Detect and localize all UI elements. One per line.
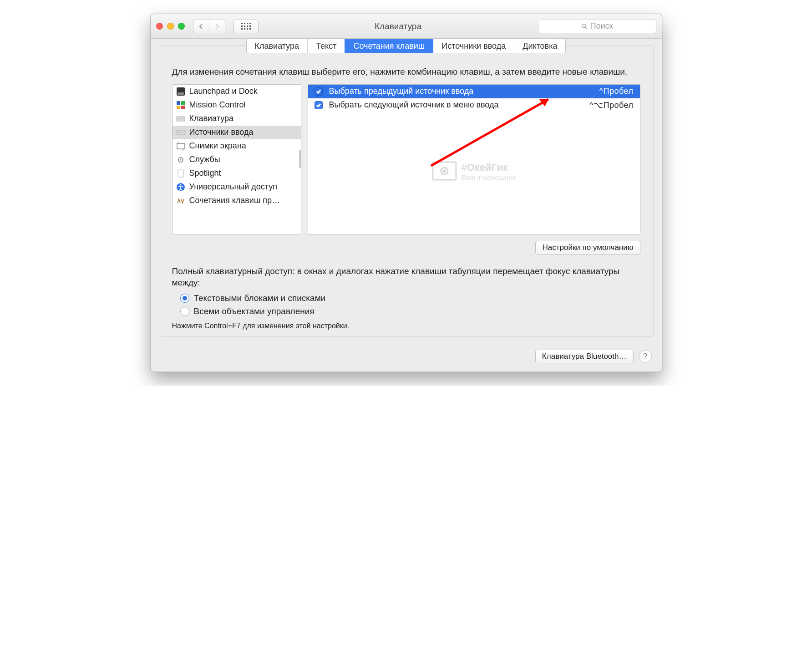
gear-icon <box>176 155 185 164</box>
watermark-icon <box>432 162 457 181</box>
tab-bar: Клавиатура Текст Сочетания клавиш Источн… <box>159 39 653 53</box>
category-spotlight[interactable]: Spotlight <box>173 167 301 180</box>
svg-rect-8 <box>177 117 185 121</box>
shortcut-row-next-source[interactable]: Выбрать следующий источник в меню ввода … <box>308 98 640 112</box>
minimize-window-button[interactable] <box>167 23 174 30</box>
category-list[interactable]: Launchpad и Dock Mission Control Клавиат… <box>172 84 301 234</box>
svg-rect-4 <box>177 101 180 105</box>
full-access-text: Полный клавиатурный доступ: в окнах и ди… <box>172 265 640 289</box>
window-controls <box>156 23 185 30</box>
tab-shortcuts[interactable]: Сочетания клавиш <box>345 39 433 53</box>
svg-point-10 <box>179 118 180 119</box>
screenshot-icon <box>176 142 185 151</box>
shortcut-key[interactable]: ^Пробел <box>599 87 634 96</box>
grid-icon <box>241 23 251 30</box>
category-launchpad[interactable]: Launchpad и Dock <box>173 85 301 98</box>
shortcuts-list[interactable]: Выбрать предыдущий источник ввода ^Пробе… <box>308 84 640 234</box>
category-label: Источники ввода <box>189 127 254 137</box>
defaults-row: Настройки по умолчанию <box>172 241 640 255</box>
radio-indicator <box>180 294 189 303</box>
split-panes: Launchpad и Dock Mission Control Клавиат… <box>172 84 640 234</box>
category-label: Spotlight <box>189 168 221 178</box>
svg-rect-6 <box>177 106 180 109</box>
category-input-sources[interactable]: Источники ввода <box>173 126 301 139</box>
svg-rect-13 <box>177 130 185 135</box>
search-placeholder: Поиск <box>590 21 613 31</box>
mission-control-icon <box>176 101 185 110</box>
svg-point-16 <box>181 132 182 133</box>
keyboard-icon <box>176 128 185 137</box>
close-window-button[interactable] <box>156 23 163 30</box>
tab-label: Источники ввода <box>442 41 506 51</box>
button-label: Настройки по умолчанию <box>542 243 633 252</box>
svg-rect-3 <box>178 92 184 95</box>
shortcut-label: Выбрать следующий источник в меню ввода <box>329 100 584 110</box>
shortcut-checkbox[interactable] <box>315 87 323 96</box>
instruction-text: Для изменения сочетания клавиш выберите … <box>172 66 640 78</box>
tab-text[interactable]: Текст <box>307 39 345 53</box>
svg-point-20 <box>180 159 181 160</box>
watermark-subtitle: Ваш it-помощник <box>461 173 515 181</box>
keyboard-icon <box>176 114 185 123</box>
tab-dictation[interactable]: Диктовка <box>514 39 565 53</box>
category-services[interactable]: Службы <box>173 153 301 167</box>
shortcut-label: Выбрать предыдущий источник ввода <box>329 87 593 96</box>
button-label: Клавиатура Bluetooth… <box>542 352 627 361</box>
tab-label: Диктовка <box>523 41 557 51</box>
svg-point-14 <box>178 132 179 133</box>
show-all-button[interactable] <box>233 20 259 33</box>
accessibility-icon <box>176 183 185 192</box>
pane-body: Для изменения сочетания клавиш выберите … <box>159 53 653 330</box>
category-accessibility[interactable]: Универсальный доступ <box>173 180 301 194</box>
svg-point-12 <box>182 118 183 119</box>
watermark: #ОкейГик Ваш it-помощник <box>432 161 515 181</box>
preferences-window: Клавиатура Поиск Клавиатура Текст Сочета… <box>150 14 662 372</box>
svg-rect-18 <box>177 143 184 149</box>
nav-buttons <box>193 20 225 33</box>
category-screenshots[interactable]: Снимки экрана <box>173 139 301 153</box>
radio-all-controls[interactable]: Всеми объектами управления <box>180 306 640 316</box>
titlebar: Клавиатура Поиск <box>151 14 662 39</box>
category-keyboard[interactable]: Клавиатура <box>173 112 301 126</box>
restore-defaults-button[interactable]: Настройки по умолчанию <box>535 241 640 255</box>
window-title: Клавиатура <box>263 21 533 31</box>
category-label: Универсальный доступ <box>189 182 278 192</box>
tab-keyboard[interactable]: Клавиатура <box>247 39 308 53</box>
category-app-shortcuts[interactable]: Сочетания клавиш пр… <box>173 194 301 208</box>
svg-rect-7 <box>181 106 185 109</box>
svg-rect-21 <box>178 170 183 177</box>
category-label: Снимки экрана <box>189 141 246 151</box>
svg-point-25 <box>443 170 445 172</box>
inset-panel: Клавиатура Текст Сочетания клавиш Источн… <box>159 45 654 337</box>
search-icon <box>581 23 588 30</box>
category-label: Launchpad и Dock <box>189 87 258 96</box>
footer: Клавиатура Bluetooth… ? <box>159 350 654 363</box>
category-mission-control[interactable]: Mission Control <box>173 98 301 112</box>
shortcut-row-previous-source[interactable]: Выбрать предыдущий источник ввода ^Пробе… <box>308 85 640 98</box>
forward-button[interactable] <box>209 20 225 33</box>
category-label: Клавиатура <box>189 114 234 123</box>
launchpad-icon <box>176 87 185 96</box>
shortcut-key[interactable]: ^⌥Пробел <box>589 100 633 110</box>
zoom-window-button[interactable] <box>178 23 185 30</box>
tab-label: Текст <box>316 41 336 51</box>
scrollbar-thumb[interactable] <box>299 149 301 168</box>
category-label: Сочетания клавиш пр… <box>189 196 280 205</box>
back-button[interactable] <box>193 20 209 33</box>
svg-point-17 <box>182 132 183 133</box>
segmented-control: Клавиатура Текст Сочетания клавиш Источн… <box>246 39 566 53</box>
radio-text-boxes[interactable]: Текстовыми блоками и списками <box>180 293 640 303</box>
help-button[interactable]: ? <box>639 350 652 363</box>
svg-point-23 <box>180 184 181 185</box>
radio-label: Всеми объектами управления <box>194 306 315 316</box>
radio-label: Текстовыми блоками и списками <box>194 293 326 303</box>
shortcut-checkbox[interactable] <box>315 101 323 109</box>
tab-label: Сочетания клавиш <box>353 41 425 51</box>
svg-point-11 <box>181 118 182 119</box>
search-field[interactable]: Поиск <box>538 20 656 33</box>
tab-input-sources[interactable]: Источники ввода <box>433 39 514 53</box>
bluetooth-keyboard-button[interactable]: Клавиатура Bluetooth… <box>535 350 634 363</box>
full-access-radios: Текстовыми блоками и списками Всеми объе… <box>180 293 640 316</box>
tab-label: Клавиатура <box>255 41 299 51</box>
svg-point-24 <box>441 168 448 174</box>
